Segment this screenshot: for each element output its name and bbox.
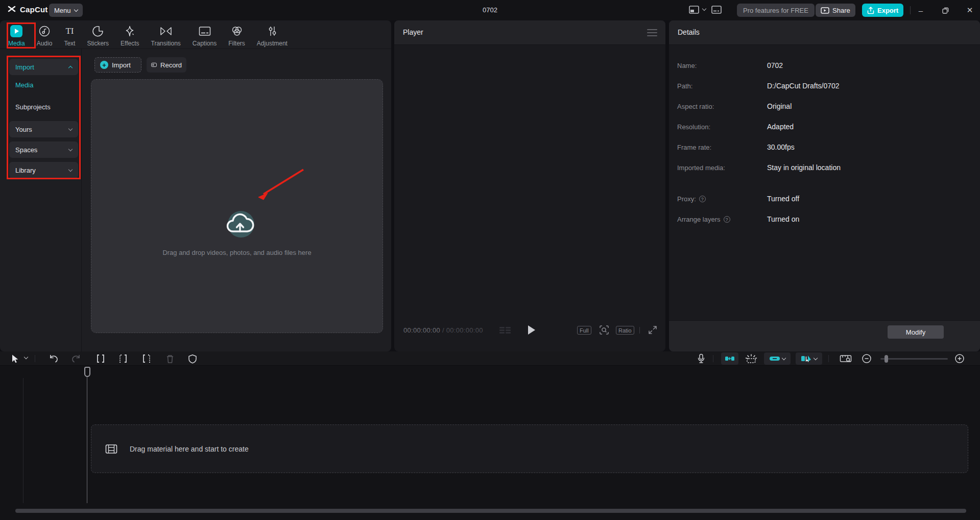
delete-left-button[interactable]: [117, 353, 129, 364]
minimize-button[interactable]: –: [912, 0, 929, 20]
redo-button[interactable]: [70, 353, 82, 364]
preview-axis-toggle[interactable]: [744, 353, 759, 364]
fullscreen-icon: [648, 325, 658, 335]
upload-cloud-icon: [222, 205, 258, 242]
media-dropzone[interactable]: Drag and drop videos, photos, and audio …: [91, 79, 383, 333]
tab-audio[interactable]: Audio: [37, 25, 53, 47]
import-button[interactable]: + Import: [94, 57, 141, 73]
help-icon[interactable]: ?: [724, 216, 730, 223]
detail-row-proxy: Proxy: ? Turned off: [669, 194, 980, 204]
split-button[interactable]: [95, 353, 106, 364]
media-panel: Media Audio TI Text: [0, 20, 391, 351]
film-strip-icon: [105, 444, 117, 454]
delete-right-button[interactable]: [141, 353, 152, 364]
auto-snap-toggle[interactable]: [721, 352, 738, 365]
full-preview-button[interactable]: Full: [577, 326, 591, 335]
playhead-line: [87, 377, 87, 503]
player-title: Player: [403, 28, 423, 36]
plus-icon: +: [100, 61, 108, 69]
voiceover-button[interactable]: [696, 353, 707, 364]
linkage-toggle[interactable]: [764, 352, 791, 365]
share-icon: [821, 7, 829, 14]
effects-tab-icon: [124, 25, 136, 37]
caption-display-icon: [711, 5, 722, 15]
tab-text[interactable]: TI Text: [64, 25, 75, 47]
asset-tab-bar: Media Audio TI Text: [0, 20, 391, 49]
frames-icon: [499, 327, 511, 334]
fullscreen-button[interactable]: [648, 325, 658, 335]
zoom-frame-button[interactable]: [599, 325, 609, 335]
details-title: Details: [678, 28, 700, 36]
tab-stickers[interactable]: Stickers: [87, 25, 109, 47]
filters-tab-icon: [231, 25, 243, 37]
timeline-area[interactable]: Drag material here and start to create: [0, 366, 980, 520]
annotation-box-media-tab: [7, 22, 36, 49]
auto-arrange-icon: [801, 354, 812, 363]
ratio-button[interactable]: Ratio: [616, 326, 634, 335]
help-icon[interactable]: ?: [699, 196, 706, 202]
player-controls: 00:00:00:00 / 00:00:00:00 Full Ratio: [394, 323, 665, 337]
annotation-box-import-sidebar: [7, 56, 81, 179]
zoom-in-button[interactable]: [954, 353, 965, 364]
record-camera-icon: [151, 61, 157, 68]
captions-tab-icon: [198, 25, 211, 37]
track-scale-icon: [840, 353, 853, 364]
timeline-toolbar: [0, 351, 980, 366]
detail-row-resolution: Resolution: Adapted: [669, 122, 980, 132]
pro-features-label: Pro features for FREE: [743, 7, 808, 14]
chevron-down-icon[interactable]: [24, 355, 28, 359]
link-icon: [769, 355, 780, 362]
split-delete-right-icon: [141, 354, 152, 363]
detail-row-arrange-layers: Arrange layers ? Turned on: [669, 215, 980, 225]
annotation-arrow: [249, 162, 313, 205]
tab-captions[interactable]: Captions: [193, 25, 217, 47]
delete-button[interactable]: [164, 353, 176, 364]
zoom-out-icon: [862, 353, 872, 364]
tab-adjustment[interactable]: Adjustment: [257, 25, 288, 47]
snap-icon: [725, 355, 735, 362]
share-button[interactable]: Share: [816, 4, 855, 17]
details-header: Details: [669, 20, 980, 45]
preview-axis-icon: [745, 353, 758, 364]
shield-icon: [188, 354, 197, 364]
tab-filters[interactable]: Filters: [228, 25, 245, 47]
export-button[interactable]: Export: [862, 4, 903, 17]
pro-features-button[interactable]: Pro features for FREE: [737, 4, 815, 17]
redo-icon: [71, 354, 81, 363]
timeline-zoom-slider[interactable]: [880, 358, 948, 360]
undo-button[interactable]: [48, 353, 59, 364]
caption-display-button[interactable]: [711, 5, 722, 15]
detail-row-imported-media: Imported media: Stay in original locatio…: [669, 163, 980, 173]
auto-arrange-toggle[interactable]: [796, 352, 822, 365]
playhead-handle[interactable]: [84, 367, 90, 377]
timecode-total: 00:00:00:00: [446, 326, 483, 334]
player-panel: Player 00:00:00:00 / 00:00:00:00 Full: [394, 20, 665, 351]
track-placeholder[interactable]: Drag material here and start to create: [91, 424, 968, 473]
zoom-out-button[interactable]: [861, 353, 872, 364]
workspace-layout-icon: [688, 5, 700, 15]
import-label: Import: [112, 61, 131, 69]
restore-button[interactable]: [937, 0, 954, 20]
player-menu-icon[interactable]: [647, 29, 657, 36]
details-panel: Details Name: 0702 Path: D:/CapCut Draft…: [669, 20, 980, 351]
mask-button[interactable]: [187, 353, 198, 364]
horizontal-scrollbar[interactable]: [15, 509, 966, 513]
text-tab-icon: TI: [65, 25, 74, 37]
undo-icon: [49, 354, 59, 363]
dropzone-hint: Drag and drop videos, photos, and audio …: [91, 249, 383, 256]
tab-effects[interactable]: Effects: [121, 25, 139, 47]
timecode: 00:00:00:00 / 00:00:00:00: [403, 326, 483, 334]
track-left-edge: [23, 378, 23, 503]
select-tool-button[interactable]: [9, 353, 20, 364]
play-button[interactable]: [528, 325, 535, 335]
workspace-layout-button[interactable]: [688, 5, 700, 15]
close-button[interactable]: ✕: [961, 0, 978, 20]
stickers-tab-icon: [92, 25, 104, 37]
adjust-track-height-button[interactable]: [839, 353, 854, 364]
zoom-slider-handle[interactable]: [885, 355, 888, 363]
details-footer: Modify: [669, 320, 980, 351]
record-button[interactable]: Record: [147, 57, 186, 73]
modify-button[interactable]: Modify: [888, 325, 944, 339]
restore-icon: [942, 7, 949, 14]
tab-transitions[interactable]: Transitions: [151, 25, 181, 47]
